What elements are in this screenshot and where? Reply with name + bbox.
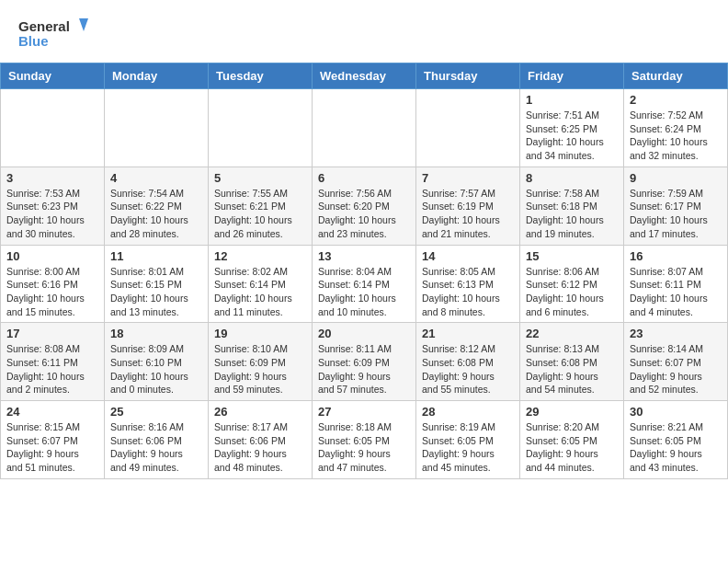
calendar-cell: 12Sunrise: 8:02 AM Sunset: 6:14 PM Dayli…	[209, 245, 313, 323]
day-info: Sunrise: 8:11 AM Sunset: 6:09 PM Dayligh…	[318, 342, 410, 396]
svg-marker-2	[79, 18, 88, 31]
day-number: 11	[110, 249, 202, 263]
day-info: Sunrise: 8:00 AM Sunset: 6:16 PM Dayligh…	[6, 265, 98, 319]
day-info: Sunrise: 8:06 AM Sunset: 6:12 PM Dayligh…	[526, 265, 618, 319]
day-info: Sunrise: 8:02 AM Sunset: 6:14 PM Dayligh…	[214, 265, 306, 319]
calendar-week-2: 3Sunrise: 7:53 AM Sunset: 6:23 PM Daylig…	[1, 167, 728, 245]
calendar-week-3: 10Sunrise: 8:00 AM Sunset: 6:16 PM Dayli…	[1, 245, 728, 323]
day-number: 26	[214, 405, 306, 419]
calendar-cell: 16Sunrise: 8:07 AM Sunset: 6:11 PM Dayli…	[624, 245, 728, 323]
calendar-cell: 19Sunrise: 8:10 AM Sunset: 6:09 PM Dayli…	[209, 323, 313, 401]
day-number: 8	[526, 171, 618, 185]
day-info: Sunrise: 8:01 AM Sunset: 6:15 PM Dayligh…	[110, 265, 202, 319]
calendar-cell: 9Sunrise: 7:59 AM Sunset: 6:17 PM Daylig…	[624, 167, 728, 245]
day-number: 9	[630, 171, 722, 185]
day-info: Sunrise: 8:17 AM Sunset: 6:06 PM Dayligh…	[214, 420, 306, 475]
day-number: 5	[214, 171, 306, 185]
day-number: 3	[6, 171, 98, 185]
day-number: 17	[6, 327, 98, 340]
day-info: Sunrise: 8:16 AM Sunset: 6:06 PM Dayligh…	[110, 420, 202, 475]
calendar-cell: 21Sunrise: 8:12 AM Sunset: 6:08 PM Dayli…	[416, 323, 520, 401]
day-number: 13	[318, 249, 410, 263]
calendar-cell: 30Sunrise: 8:21 AM Sunset: 6:05 PM Dayli…	[624, 401, 728, 479]
svg-text:General: General	[18, 18, 70, 34]
calendar-cell: 18Sunrise: 8:09 AM Sunset: 6:10 PM Dayli…	[105, 323, 209, 401]
calendar-cell	[209, 89, 313, 167]
day-info: Sunrise: 8:14 AM Sunset: 6:07 PM Dayligh…	[630, 342, 722, 396]
day-info: Sunrise: 8:10 AM Sunset: 6:09 PM Dayligh…	[214, 342, 306, 396]
day-number: 6	[318, 171, 410, 185]
day-info: Sunrise: 8:04 AM Sunset: 6:14 PM Dayligh…	[318, 265, 410, 319]
calendar-cell	[416, 89, 520, 167]
calendar-cell	[313, 89, 416, 167]
calendar-cell: 4Sunrise: 7:54 AM Sunset: 6:22 PM Daylig…	[105, 167, 209, 245]
day-info: Sunrise: 7:54 AM Sunset: 6:22 PM Dayligh…	[110, 187, 202, 241]
day-number: 24	[6, 405, 98, 419]
calendar-cell: 24Sunrise: 8:15 AM Sunset: 6:07 PM Dayli…	[1, 401, 105, 479]
calendar-week-1: 1Sunrise: 7:51 AM Sunset: 6:25 PM Daylig…	[1, 89, 728, 167]
day-info: Sunrise: 8:19 AM Sunset: 6:05 PM Dayligh…	[422, 420, 514, 475]
weekday-header-thursday: Thursday	[416, 63, 520, 89]
day-info: Sunrise: 8:12 AM Sunset: 6:08 PM Dayligh…	[422, 342, 514, 396]
day-number: 18	[110, 327, 202, 340]
calendar-cell: 7Sunrise: 7:57 AM Sunset: 6:19 PM Daylig…	[416, 167, 520, 245]
calendar-week-5: 24Sunrise: 8:15 AM Sunset: 6:07 PM Dayli…	[1, 401, 728, 479]
calendar-week-4: 17Sunrise: 8:08 AM Sunset: 6:11 PM Dayli…	[1, 323, 728, 401]
calendar-cell: 27Sunrise: 8:18 AM Sunset: 6:05 PM Dayli…	[313, 401, 416, 479]
calendar-cell	[1, 89, 105, 167]
day-number: 22	[526, 327, 618, 340]
day-number: 28	[422, 405, 514, 419]
day-info: Sunrise: 7:58 AM Sunset: 6:18 PM Dayligh…	[526, 187, 618, 241]
calendar-cell: 23Sunrise: 8:14 AM Sunset: 6:07 PM Dayli…	[624, 323, 728, 401]
day-info: Sunrise: 8:15 AM Sunset: 6:07 PM Dayligh…	[6, 420, 98, 475]
day-info: Sunrise: 8:07 AM Sunset: 6:11 PM Dayligh…	[630, 265, 722, 319]
calendar-cell: 14Sunrise: 8:05 AM Sunset: 6:13 PM Dayli…	[416, 245, 520, 323]
calendar-cell: 20Sunrise: 8:11 AM Sunset: 6:09 PM Dayli…	[313, 323, 416, 401]
day-number: 1	[526, 93, 618, 107]
weekday-header-friday: Friday	[520, 63, 624, 89]
calendar-cell: 15Sunrise: 8:06 AM Sunset: 6:12 PM Dayli…	[520, 245, 624, 323]
day-number: 25	[110, 405, 202, 419]
day-number: 19	[214, 327, 306, 340]
day-number: 15	[526, 249, 618, 263]
weekday-header-monday: Monday	[105, 63, 209, 89]
calendar-cell	[105, 89, 209, 167]
day-number: 14	[422, 249, 514, 263]
day-info: Sunrise: 8:20 AM Sunset: 6:05 PM Dayligh…	[526, 420, 618, 475]
day-info: Sunrise: 8:05 AM Sunset: 6:13 PM Dayligh…	[422, 265, 514, 319]
logo: General Blue	[18, 15, 92, 55]
logo-icon: General Blue	[18, 15, 92, 55]
day-number: 7	[422, 171, 514, 185]
day-info: Sunrise: 7:55 AM Sunset: 6:21 PM Dayligh…	[214, 187, 306, 241]
day-info: Sunrise: 8:08 AM Sunset: 6:11 PM Dayligh…	[6, 342, 98, 396]
calendar-cell: 17Sunrise: 8:08 AM Sunset: 6:11 PM Dayli…	[1, 323, 105, 401]
day-number: 20	[318, 327, 410, 340]
weekday-header-row: SundayMondayTuesdayWednesdayThursdayFrid…	[1, 63, 728, 89]
weekday-header-saturday: Saturday	[624, 63, 728, 89]
day-number: 16	[630, 249, 722, 263]
day-info: Sunrise: 7:52 AM Sunset: 6:24 PM Dayligh…	[630, 109, 722, 163]
calendar-cell: 10Sunrise: 8:00 AM Sunset: 6:16 PM Dayli…	[1, 245, 105, 323]
weekday-header-tuesday: Tuesday	[209, 63, 313, 89]
day-info: Sunrise: 8:21 AM Sunset: 6:05 PM Dayligh…	[630, 420, 722, 475]
calendar-cell: 2Sunrise: 7:52 AM Sunset: 6:24 PM Daylig…	[624, 89, 728, 167]
calendar-cell: 1Sunrise: 7:51 AM Sunset: 6:25 PM Daylig…	[520, 89, 624, 167]
day-info: Sunrise: 7:51 AM Sunset: 6:25 PM Dayligh…	[526, 109, 618, 163]
svg-text:Blue: Blue	[18, 33, 49, 49]
calendar-table: SundayMondayTuesdayWednesdayThursdayFrid…	[0, 63, 728, 479]
day-info: Sunrise: 7:56 AM Sunset: 6:20 PM Dayligh…	[318, 187, 410, 241]
day-number: 12	[214, 249, 306, 263]
calendar-cell: 26Sunrise: 8:17 AM Sunset: 6:06 PM Dayli…	[209, 401, 313, 479]
page-header: General Blue	[0, 0, 728, 63]
day-info: Sunrise: 8:13 AM Sunset: 6:08 PM Dayligh…	[526, 342, 618, 396]
day-info: Sunrise: 8:18 AM Sunset: 6:05 PM Dayligh…	[318, 420, 410, 475]
calendar-cell: 8Sunrise: 7:58 AM Sunset: 6:18 PM Daylig…	[520, 167, 624, 245]
calendar-cell: 5Sunrise: 7:55 AM Sunset: 6:21 PM Daylig…	[209, 167, 313, 245]
day-number: 27	[318, 405, 410, 419]
calendar-cell: 22Sunrise: 8:13 AM Sunset: 6:08 PM Dayli…	[520, 323, 624, 401]
calendar-cell: 28Sunrise: 8:19 AM Sunset: 6:05 PM Dayli…	[416, 401, 520, 479]
day-info: Sunrise: 7:53 AM Sunset: 6:23 PM Dayligh…	[6, 187, 98, 241]
day-number: 23	[630, 327, 722, 340]
day-number: 29	[526, 405, 618, 419]
day-number: 2	[630, 93, 722, 107]
